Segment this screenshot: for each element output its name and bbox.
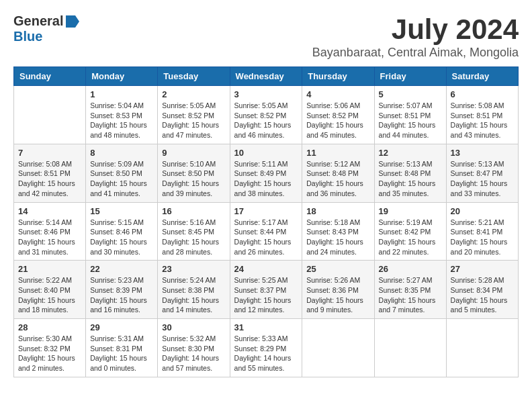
day-number: 2 (162, 89, 225, 99)
calendar-cell: 24Sunrise: 5:25 AMSunset: 8:37 PMDayligh… (230, 261, 302, 319)
day-number: 31 (234, 322, 298, 332)
day-info: Sunrise: 5:09 AMSunset: 8:50 PMDaylight:… (90, 159, 153, 199)
day-header-sunday: Sunday (14, 67, 86, 86)
calendar-cell: 17Sunrise: 5:17 AMSunset: 8:44 PMDayligh… (230, 202, 302, 261)
day-number: 20 (451, 206, 514, 216)
day-info: Sunrise: 5:13 AMSunset: 8:48 PMDaylight:… (379, 159, 442, 199)
calendar-cell: 3Sunrise: 5:05 AMSunset: 8:52 PMDaylight… (230, 86, 302, 144)
day-info: Sunrise: 5:22 AMSunset: 8:40 PMDaylight:… (18, 275, 81, 315)
calendar-cell: 1Sunrise: 5:04 AMSunset: 8:53 PMDaylight… (86, 86, 158, 144)
calendar-cell: 14Sunrise: 5:14 AMSunset: 8:46 PMDayligh… (14, 202, 86, 261)
svg-marker-0 (66, 15, 79, 28)
day-header-tuesday: Tuesday (158, 67, 230, 86)
calendar-cell (302, 319, 374, 377)
calendar-cell (14, 86, 86, 144)
day-number: 5 (379, 89, 442, 99)
day-number: 1 (90, 89, 153, 99)
day-info: Sunrise: 5:05 AMSunset: 8:52 PMDaylight:… (234, 101, 298, 140)
calendar-cell: 12Sunrise: 5:13 AMSunset: 8:48 PMDayligh… (374, 144, 446, 202)
day-number: 17 (234, 206, 298, 216)
calendar: SundayMondayTuesdayWednesdayThursdayFrid… (13, 66, 519, 377)
header: General Blue July 2024 Bayanbaraat, Cent… (13, 13, 519, 60)
calendar-cell: 18Sunrise: 5:18 AMSunset: 8:43 PMDayligh… (302, 202, 374, 261)
day-number: 30 (162, 322, 225, 332)
day-number: 27 (451, 264, 514, 274)
logo-blue-text: Blue (13, 29, 42, 44)
day-number: 7 (18, 148, 81, 158)
day-header-wednesday: Wednesday (230, 67, 302, 86)
day-header-saturday: Saturday (446, 67, 518, 86)
day-info: Sunrise: 5:17 AMSunset: 8:44 PMDaylight:… (234, 218, 298, 257)
calendar-cell: 27Sunrise: 5:28 AMSunset: 8:34 PMDayligh… (446, 261, 518, 319)
logo-general-text: General (13, 13, 63, 29)
calendar-cell: 13Sunrise: 5:13 AMSunset: 8:47 PMDayligh… (446, 144, 518, 202)
day-number: 16 (162, 206, 225, 216)
calendar-cell: 21Sunrise: 5:22 AMSunset: 8:40 PMDayligh… (14, 261, 86, 319)
day-info: Sunrise: 5:08 AMSunset: 8:51 PMDaylight:… (451, 101, 514, 140)
calendar-cell: 16Sunrise: 5:16 AMSunset: 8:45 PMDayligh… (158, 202, 230, 261)
day-info: Sunrise: 5:27 AMSunset: 8:35 PMDaylight:… (379, 275, 442, 315)
calendar-cell: 6Sunrise: 5:08 AMSunset: 8:51 PMDaylight… (446, 86, 518, 144)
calendar-cell: 7Sunrise: 5:08 AMSunset: 8:51 PMDaylight… (14, 144, 86, 202)
day-info: Sunrise: 5:15 AMSunset: 8:46 PMDaylight:… (90, 218, 153, 257)
day-number: 21 (18, 264, 81, 274)
day-number: 13 (451, 148, 514, 158)
day-info: Sunrise: 5:18 AMSunset: 8:43 PMDaylight:… (306, 218, 369, 257)
calendar-cell: 15Sunrise: 5:15 AMSunset: 8:46 PMDayligh… (86, 202, 158, 261)
calendar-cell: 22Sunrise: 5:23 AMSunset: 8:39 PMDayligh… (86, 261, 158, 319)
day-info: Sunrise: 5:08 AMSunset: 8:51 PMDaylight:… (18, 159, 81, 199)
day-info: Sunrise: 5:12 AMSunset: 8:48 PMDaylight:… (306, 159, 369, 199)
day-info: Sunrise: 5:33 AMSunset: 8:29 PMDaylight:… (234, 334, 298, 373)
day-header-thursday: Thursday (302, 67, 374, 86)
calendar-cell: 30Sunrise: 5:32 AMSunset: 8:30 PMDayligh… (158, 319, 230, 377)
day-info: Sunrise: 5:19 AMSunset: 8:42 PMDaylight:… (379, 218, 442, 257)
day-info: Sunrise: 5:24 AMSunset: 8:38 PMDaylight:… (162, 275, 225, 315)
month-title: July 2024 (312, 13, 519, 46)
calendar-cell: 26Sunrise: 5:27 AMSunset: 8:35 PMDayligh… (374, 261, 446, 319)
calendar-cell: 19Sunrise: 5:19 AMSunset: 8:42 PMDayligh… (374, 202, 446, 261)
calendar-cell: 4Sunrise: 5:06 AMSunset: 8:52 PMDaylight… (302, 86, 374, 144)
day-number: 15 (90, 206, 153, 216)
day-number: 22 (90, 264, 153, 274)
day-number: 9 (162, 148, 225, 158)
day-info: Sunrise: 5:16 AMSunset: 8:45 PMDaylight:… (162, 218, 225, 257)
day-number: 6 (451, 89, 514, 99)
day-number: 14 (18, 206, 81, 216)
day-number: 8 (90, 148, 153, 158)
day-info: Sunrise: 5:07 AMSunset: 8:51 PMDaylight:… (379, 101, 442, 140)
day-number: 26 (379, 264, 442, 274)
day-info: Sunrise: 5:32 AMSunset: 8:30 PMDaylight:… (162, 334, 225, 373)
calendar-week-4: 21Sunrise: 5:22 AMSunset: 8:40 PMDayligh… (14, 261, 519, 319)
day-info: Sunrise: 5:26 AMSunset: 8:36 PMDaylight:… (306, 275, 369, 315)
calendar-cell: 20Sunrise: 5:21 AMSunset: 8:41 PMDayligh… (446, 202, 518, 261)
calendar-week-5: 28Sunrise: 5:30 AMSunset: 8:32 PMDayligh… (14, 319, 519, 377)
calendar-header-row: SundayMondayTuesdayWednesdayThursdayFrid… (14, 67, 519, 86)
day-number: 19 (379, 206, 442, 216)
day-number: 18 (306, 206, 369, 216)
day-info: Sunrise: 5:23 AMSunset: 8:39 PMDaylight:… (90, 275, 153, 315)
day-info: Sunrise: 5:31 AMSunset: 8:31 PMDaylight:… (90, 334, 153, 373)
day-info: Sunrise: 5:21 AMSunset: 8:41 PMDaylight:… (451, 218, 514, 257)
day-number: 23 (162, 264, 225, 274)
calendar-week-3: 14Sunrise: 5:14 AMSunset: 8:46 PMDayligh… (14, 202, 519, 261)
calendar-cell: 2Sunrise: 5:05 AMSunset: 8:52 PMDaylight… (158, 86, 230, 144)
title-area: July 2024 Bayanbaraat, Central Aimak, Mo… (312, 13, 519, 60)
day-info: Sunrise: 5:13 AMSunset: 8:47 PMDaylight:… (451, 159, 514, 199)
day-info: Sunrise: 5:06 AMSunset: 8:52 PMDaylight:… (306, 101, 369, 140)
day-number: 25 (306, 264, 369, 274)
calendar-cell: 11Sunrise: 5:12 AMSunset: 8:48 PMDayligh… (302, 144, 374, 202)
day-header-monday: Monday (86, 67, 158, 86)
day-number: 12 (379, 148, 442, 158)
day-number: 4 (306, 89, 369, 99)
day-number: 3 (234, 89, 298, 99)
day-header-friday: Friday (374, 67, 446, 86)
calendar-week-2: 7Sunrise: 5:08 AMSunset: 8:51 PMDaylight… (14, 144, 519, 202)
day-info: Sunrise: 5:05 AMSunset: 8:52 PMDaylight:… (162, 101, 225, 140)
calendar-cell: 28Sunrise: 5:30 AMSunset: 8:32 PMDayligh… (14, 319, 86, 377)
day-number: 11 (306, 148, 369, 158)
logo: General Blue (13, 13, 81, 44)
calendar-cell: 8Sunrise: 5:09 AMSunset: 8:50 PMDaylight… (86, 144, 158, 202)
calendar-cell: 5Sunrise: 5:07 AMSunset: 8:51 PMDaylight… (374, 86, 446, 144)
calendar-cell: 23Sunrise: 5:24 AMSunset: 8:38 PMDayligh… (158, 261, 230, 319)
day-number: 10 (234, 148, 298, 158)
